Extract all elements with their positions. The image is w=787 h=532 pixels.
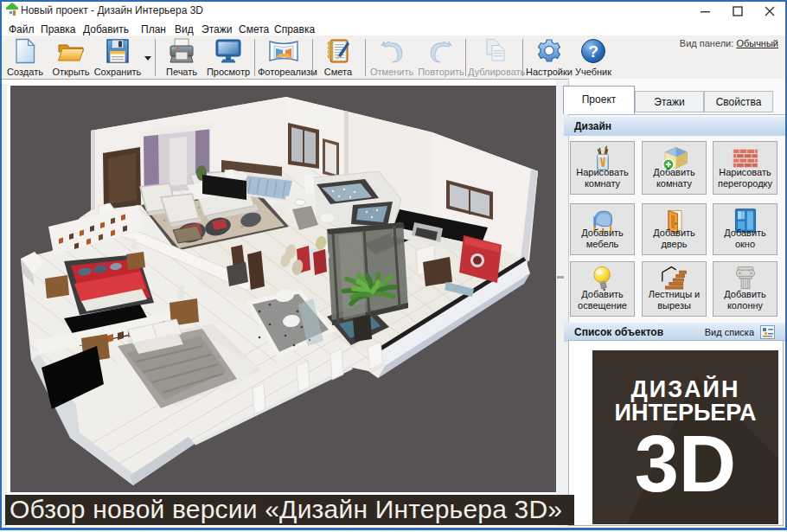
svg-text:?: ? <box>588 42 598 61</box>
